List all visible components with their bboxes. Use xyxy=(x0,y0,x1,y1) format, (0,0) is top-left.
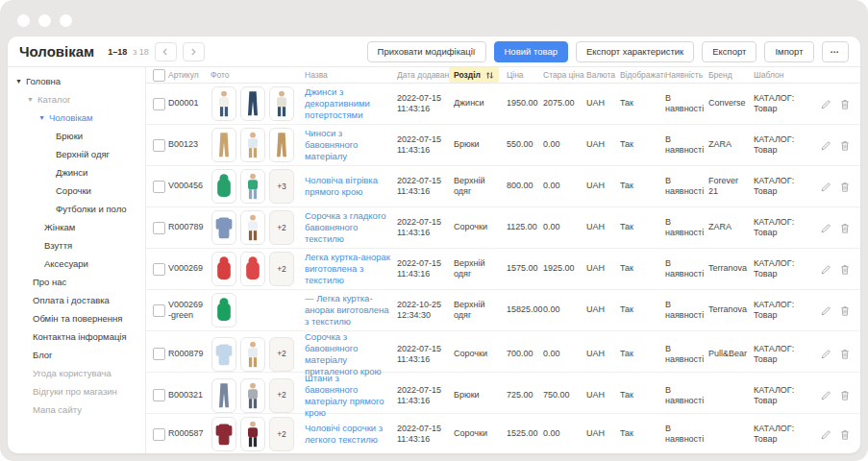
sidebar-item-Відгуки про магазин[interactable]: Відгуки про магазин xyxy=(8,382,145,400)
sidebar-item-Чоловікам[interactable]: ▼Чоловікам xyxy=(8,109,145,127)
delete-icon[interactable] xyxy=(840,223,850,233)
edit-icon[interactable] xyxy=(821,99,831,109)
product-photo[interactable] xyxy=(240,252,265,286)
col-price[interactable]: Ціна xyxy=(507,70,543,80)
window-dot-icon[interactable] xyxy=(17,14,30,27)
sidebar-item-Блог[interactable]: Блог xyxy=(8,346,145,364)
col-sku[interactable]: Артикул xyxy=(168,70,211,80)
sidebar-item-Сорочки[interactable]: Сорочки xyxy=(8,182,145,200)
more-photos-badge[interactable]: +2 xyxy=(269,252,294,286)
sidebar-item-Головна[interactable]: ▼Головна xyxy=(8,72,145,90)
edit-icon[interactable] xyxy=(821,223,831,233)
import-button[interactable]: Імпорт xyxy=(764,41,813,62)
product-photo[interactable] xyxy=(211,86,236,121)
more-photos-badge[interactable]: +2 xyxy=(269,378,294,413)
product-name-link[interactable]: Чиноси з бавовняного матеріалу xyxy=(305,128,392,162)
sidebar-item-Угода користувача[interactable]: Угода користувача xyxy=(8,364,145,382)
window-dot-icon[interactable] xyxy=(38,14,51,27)
select-all-checkbox[interactable] xyxy=(153,69,165,82)
product-photo[interactable] xyxy=(211,252,236,286)
product-photo[interactable] xyxy=(211,337,236,372)
product-name-link[interactable]: Сорочка з гладкого бавовняного текстилю xyxy=(305,210,392,245)
col-currency[interactable]: Валюта xyxy=(586,70,620,80)
more-actions-button[interactable]: ⋯ xyxy=(822,41,850,62)
product-name-link[interactable]: Сорочка з бавовняного матеріалу притален… xyxy=(305,331,392,377)
more-photos-badge[interactable]: +3 xyxy=(269,169,294,204)
delete-icon[interactable] xyxy=(840,429,850,440)
edit-icon[interactable] xyxy=(821,264,831,275)
product-name-link[interactable]: — Легка куртка-анорак виготовлена з текс… xyxy=(305,293,392,328)
sidebar-item-Брюки[interactable]: Брюки xyxy=(8,127,145,145)
col-brand[interactable]: Бренд xyxy=(708,70,754,80)
sidebar-item-Про нас[interactable]: Про нас xyxy=(8,273,145,291)
more-photos-badge[interactable]: +2 xyxy=(269,210,294,245)
edit-icon[interactable] xyxy=(821,429,831,440)
product-photo[interactable] xyxy=(211,417,236,451)
next-page-button[interactable] xyxy=(183,42,205,61)
product-photo[interactable] xyxy=(211,210,236,245)
product-name-link[interactable]: Штани з бавовняного матеріалу прямого кр… xyxy=(305,373,392,419)
sort-icon[interactable] xyxy=(485,71,494,80)
sidebar-item-Обмін та повернення[interactable]: Обмін та повернення xyxy=(8,309,145,328)
edit-icon[interactable] xyxy=(821,140,831,151)
row-checkbox[interactable] xyxy=(153,348,165,360)
delete-icon[interactable] xyxy=(840,305,850,316)
delete-icon[interactable] xyxy=(840,182,850,192)
col-date[interactable]: Дата додавання xyxy=(397,70,454,80)
edit-icon[interactable] xyxy=(821,390,831,400)
product-photo[interactable] xyxy=(269,86,294,121)
row-checkbox[interactable] xyxy=(153,428,165,441)
row-checkbox[interactable] xyxy=(153,389,165,401)
row-checkbox[interactable] xyxy=(153,263,165,276)
product-photo[interactable] xyxy=(240,169,265,204)
sidebar-item-Футболки и поло[interactable]: Футболки и поло xyxy=(8,200,145,218)
product-photo[interactable] xyxy=(240,337,265,372)
product-photo[interactable] xyxy=(269,128,294,162)
product-name-link[interactable]: Джинси з декоративними потертостями xyxy=(305,86,392,121)
product-photo[interactable] xyxy=(211,169,236,204)
product-name-link[interactable]: Чоловіча вітрівка прямого крою xyxy=(305,175,392,198)
product-name-link[interactable]: Чоловічі сорочки з легкого текстилю xyxy=(305,423,392,446)
edit-icon[interactable] xyxy=(821,305,831,316)
col-old-price[interactable]: Стара ціна xyxy=(543,70,586,80)
product-photo[interactable] xyxy=(240,128,265,162)
sidebar-item-Взуття[interactable]: Взуття xyxy=(8,236,145,255)
delete-icon[interactable] xyxy=(840,140,850,151)
edit-icon[interactable] xyxy=(821,182,831,192)
delete-icon[interactable] xyxy=(840,390,850,400)
row-checkbox[interactable] xyxy=(153,181,165,193)
col-name[interactable]: Назва xyxy=(305,70,397,80)
more-photos-badge[interactable]: +2 xyxy=(269,417,294,451)
export-characteristics-button[interactable]: Експорт характеристик xyxy=(576,41,694,62)
window-dot-icon[interactable] xyxy=(60,14,72,27)
sidebar-item-Джинси[interactable]: Джинси xyxy=(8,163,145,182)
hide-modifications-button[interactable]: Приховати модифікації xyxy=(367,41,486,62)
sidebar-item-Аксесуари[interactable]: Аксесуари xyxy=(8,255,145,273)
sidebar-item-Каталог[interactable]: ▼Каталог xyxy=(8,90,145,109)
product-photo[interactable] xyxy=(240,86,265,121)
row-checkbox[interactable] xyxy=(153,98,165,110)
product-photo[interactable] xyxy=(240,210,265,245)
product-photo[interactable] xyxy=(240,378,265,413)
sidebar-item-Оплата і доставка[interactable]: Оплата і доставка xyxy=(8,291,145,309)
product-photo[interactable] xyxy=(211,378,236,413)
sidebar-item-Мапа сайту[interactable]: Мапа сайту xyxy=(8,400,145,419)
delete-icon[interactable] xyxy=(840,349,850,359)
row-checkbox[interactable] xyxy=(153,222,165,234)
product-name-link[interactable]: Легка куртка-анорак виготовлена з тексти… xyxy=(305,252,392,286)
edit-icon[interactable] xyxy=(821,349,831,359)
new-product-button[interactable]: Новий товар xyxy=(494,41,568,62)
col-availability[interactable]: Наявність xyxy=(665,70,708,80)
delete-icon[interactable] xyxy=(840,99,850,109)
row-checkbox[interactable] xyxy=(153,139,165,152)
col-section[interactable]: Розділ xyxy=(454,67,507,83)
export-button[interactable]: Експорт xyxy=(702,41,756,62)
product-photo[interactable] xyxy=(211,128,236,162)
product-photo[interactable] xyxy=(240,417,265,451)
col-display[interactable]: Відображати xyxy=(620,70,665,80)
col-template[interactable]: Шаблон xyxy=(754,70,815,80)
delete-icon[interactable] xyxy=(840,264,850,275)
more-photos-badge[interactable]: +2 xyxy=(269,337,294,372)
row-checkbox[interactable] xyxy=(153,304,165,317)
sidebar-item-Жінкам[interactable]: Жінкам xyxy=(8,218,145,236)
